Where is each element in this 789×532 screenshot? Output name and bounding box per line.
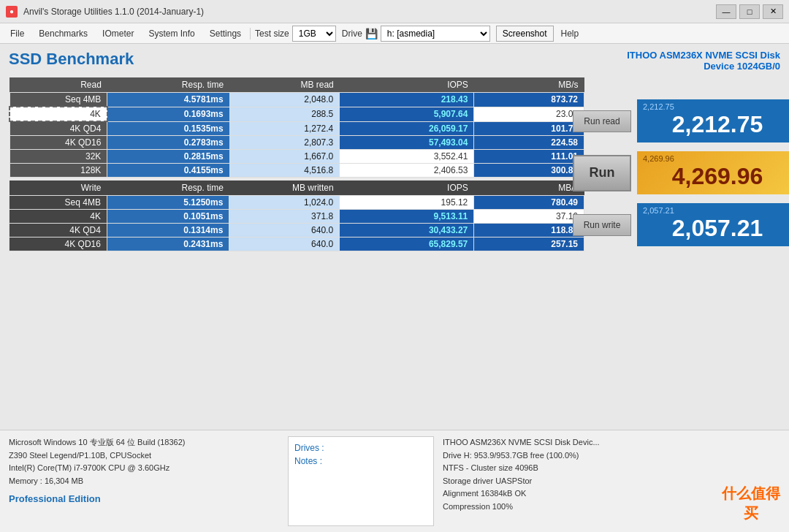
test-size-label: Test size xyxy=(255,28,289,39)
close-button[interactable]: ✕ xyxy=(763,4,783,19)
mb-4kqd16-write: 640.0 xyxy=(229,238,340,251)
notes-label: Notes : xyxy=(294,456,427,466)
mbs-seq4mb-write: 780.49 xyxy=(474,196,584,210)
iops-header: IOPS xyxy=(340,77,474,93)
drive-group: Drive 💾 h: [asmedia] xyxy=(342,26,490,42)
row-label-4kqd16-read: 4K QD16 xyxy=(9,136,107,150)
menu-iometer[interactable]: IOmeter xyxy=(95,23,141,43)
drive-detail2: Drive H: 953.9/953.7GB free (100.0%) xyxy=(443,449,713,463)
table-row: 4K QD16 0.2431ms 640.0 65,829.57 257.15 xyxy=(9,238,584,251)
mb-4kqd4-write: 640.0 xyxy=(229,224,340,238)
table-row: Seq 4MB 4.5781ms 2,048.0 218.43 873.72 xyxy=(9,93,584,107)
main-content: SSD Benchmark ITHOO ASM236X NVME SCSI Di… xyxy=(0,44,789,430)
iops-4k-write: 9,513.11 xyxy=(340,210,474,224)
read-score-large: 2,212.75 xyxy=(641,111,789,138)
iops-128k-read: 2,406.53 xyxy=(340,164,474,178)
drives-label: Drives : xyxy=(294,443,427,453)
resp-4kqd4-write: 0.1314ms xyxy=(107,224,229,238)
iops-seq4mb-read: 218.43 xyxy=(340,93,474,107)
drive-select[interactable]: h: [asmedia] xyxy=(381,26,490,42)
title-bar: ● Anvil's Storage Utilities 1.1.0 (2014-… xyxy=(0,0,789,23)
right-controls: Run read 2,212.75 2,212.75 Run 4,269.96 … xyxy=(590,77,780,251)
resp-4k-read: 0.1693ms xyxy=(107,107,229,121)
test-size-select[interactable]: 1GB 4GB 16GB xyxy=(292,26,336,42)
resp-32k-read: 0.2815ms xyxy=(107,150,229,164)
menu-benchmarks[interactable]: Benchmarks xyxy=(31,23,95,43)
mb-seq4mb-write: 1,024.0 xyxy=(229,196,340,210)
mbs-4k-read: 23.08 xyxy=(474,107,584,121)
read-section: Read Resp. time MB read IOPS MB/s Seq 4M… xyxy=(9,77,584,178)
resp-seq4mb-read: 4.5781ms xyxy=(107,93,229,107)
mb-4k-read: 288.5 xyxy=(229,107,340,121)
total-score-box: 4,269.96 4,269.96 xyxy=(637,151,789,194)
test-size-group: Test size 1GB 4GB 16GB xyxy=(255,26,336,42)
ssd-header: SSD Benchmark ITHOO ASM236X NVME SCSI Di… xyxy=(0,44,789,75)
mb-written-header: MB written xyxy=(229,180,340,196)
menu-system-info[interactable]: System Info xyxy=(141,23,202,43)
table-row: 4K QD4 0.1535ms 1,272.4 26,059.17 101.79 xyxy=(9,121,584,136)
iops-4kqd16-write: 65,829.57 xyxy=(340,238,474,251)
total-score-small: 4,269.96 xyxy=(643,154,674,163)
status-left: Microsoft Windows 10 专业版 64 位 Build (183… xyxy=(9,436,279,526)
resp-time-header: Resp. time xyxy=(107,77,229,93)
drive-icon: 💾 xyxy=(365,28,378,39)
restore-button[interactable]: □ xyxy=(739,4,760,19)
minimize-button[interactable]: — xyxy=(716,4,736,19)
app-title: Anvil's Storage Utilities 1.1.0 (2014-Ja… xyxy=(23,7,204,17)
write-score-large: 2,057.21 xyxy=(641,215,789,242)
write-table: Write Resp. time MB written IOPS MB/s Se… xyxy=(9,180,584,251)
system-info-line2: Z390 Steel Legend/P1.10B, CPUSocket xyxy=(9,449,279,463)
run-read-button[interactable]: Run read xyxy=(573,110,631,132)
menu-help[interactable]: Help xyxy=(554,23,587,43)
watermark: 什么值得买 xyxy=(722,436,780,526)
table-row: 4K 0.1693ms 288.5 5,907.64 23.08 xyxy=(9,107,584,121)
drive-label: Drive xyxy=(342,28,362,39)
iops-seq4mb-write: 195.12 xyxy=(340,196,474,210)
system-info-line1: Microsoft Windows 10 专业版 64 位 Build (183… xyxy=(9,436,279,449)
status-center: Drives : Notes : xyxy=(288,436,434,526)
read-score-small: 2,212.75 xyxy=(643,102,674,111)
mbs-128k-read: 300.82 xyxy=(474,164,584,178)
table-row: 4K QD16 0.2783ms 2,807.3 57,493.04 224.5… xyxy=(9,136,584,150)
resp-128k-read: 0.4155ms xyxy=(107,164,229,178)
screenshot-button[interactable]: Screenshot xyxy=(496,26,554,42)
benchmark-area: Read Resp. time MB read IOPS MB/s Seq 4M… xyxy=(0,75,789,254)
run-write-button[interactable]: Run write xyxy=(573,214,631,236)
mb-seq4mb-read: 2,048.0 xyxy=(229,93,340,107)
menu-file[interactable]: File xyxy=(3,23,31,43)
app-icon: ● xyxy=(6,6,18,18)
row-label-4kqd4-write: 4K QD4 xyxy=(9,224,107,238)
drive-detail5: Alignment 16384kB OK xyxy=(443,487,713,501)
watermark-icon: 什么值得买 xyxy=(722,484,780,523)
drive-info-line2: Device 1024GB/0 xyxy=(627,61,780,72)
iops-4kqd4-read: 26,059.17 xyxy=(340,121,474,136)
row-label-seq4mb-read: Seq 4MB xyxy=(9,93,107,107)
mbs-4kqd16-read: 224.58 xyxy=(474,136,584,150)
row-label-seq4mb-write: Seq 4MB xyxy=(9,196,107,210)
write-mbs-header: MB/s xyxy=(474,180,584,196)
drive-detail1: ITHOO ASM236X NVME SCSI Disk Devic... xyxy=(443,436,713,449)
iops-32k-read: 3,552.41 xyxy=(340,150,474,164)
read-score-box: 2,212.75 2,212.75 xyxy=(637,99,789,142)
read-col-header: Read xyxy=(9,77,107,93)
resp-seq4mb-write: 5.1250ms xyxy=(107,196,229,210)
pro-edition-label: Professional Edition xyxy=(9,492,279,507)
row-label-4kqd16-write: 4K QD16 xyxy=(9,238,107,251)
write-score-small: 2,057.21 xyxy=(643,206,674,215)
mbs-32k-read: 111.01 xyxy=(474,150,584,164)
resp-4kqd4-read: 0.1535ms xyxy=(107,121,229,136)
menu-settings[interactable]: Settings xyxy=(202,23,248,43)
mbs-4kqd16-write: 257.15 xyxy=(474,238,584,251)
write-controls-row: Run write 2,057.21 2,057.21 xyxy=(573,203,789,246)
resp-4kqd16-read: 0.2783ms xyxy=(107,136,229,150)
resp-4k-write: 0.1051ms xyxy=(107,210,229,224)
drive-info: ITHOO ASM236X NVME SCSI Disk Device 1024… xyxy=(627,50,780,72)
run-button[interactable]: Run xyxy=(573,155,631,191)
system-info-line3: Intel(R) Core(TM) i7-9700K CPU @ 3.60GHz xyxy=(9,462,279,475)
iops-4kqd4-write: 30,433.27 xyxy=(340,224,474,238)
tables-section: Read Resp. time MB read IOPS MB/s Seq 4M… xyxy=(9,77,584,251)
write-score-box: 2,057.21 2,057.21 xyxy=(637,203,789,246)
write-col-header: Write xyxy=(9,180,107,196)
mbs-header: MB/s xyxy=(474,77,584,93)
status-right: ITHOO ASM236X NVME SCSI Disk Devic... Dr… xyxy=(443,436,713,526)
